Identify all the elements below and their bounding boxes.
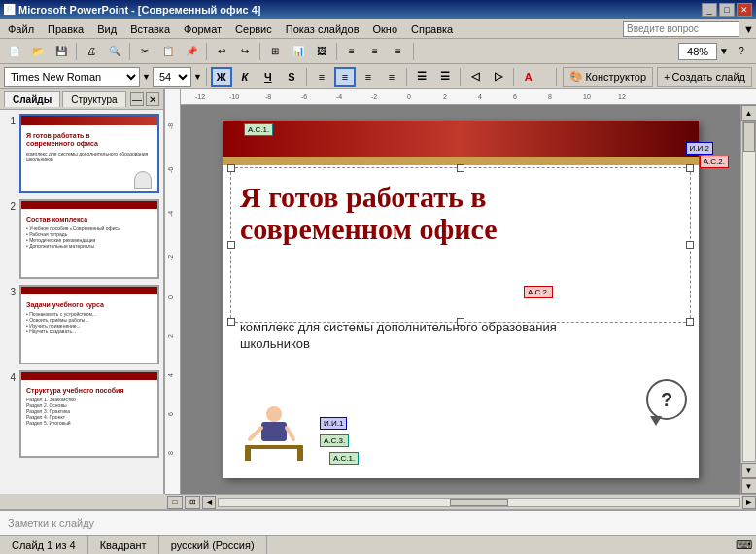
theme-info: Квадрант	[88, 536, 159, 554]
scroll-up-button[interactable]: ▲	[741, 105, 757, 121]
maximize-button[interactable]: □	[719, 3, 735, 17]
tag-ac3-bottom: А.С.3.	[320, 434, 349, 447]
designer-button[interactable]: 🎨 Конструктор	[563, 67, 653, 87]
create-slide-button[interactable]: + Создать слайд	[657, 67, 752, 87]
notes-area: Заметки к слайду	[0, 509, 756, 535]
menu-help[interactable]: Справка	[405, 21, 459, 37]
menu-slideshow[interactable]: Показ слайдов	[280, 21, 365, 37]
scroll-bottom-button[interactable]: ▼	[741, 478, 757, 494]
underline-button[interactable]: Ч	[258, 67, 279, 87]
menu-insert[interactable]: Вставка	[124, 21, 176, 37]
handle-ml[interactable]	[227, 241, 235, 249]
paste-button[interactable]: 📌	[181, 42, 202, 61]
thumb-4-body: Раздел 1. ЗнакомствоРаздел 2. ОсновыРазд…	[26, 397, 153, 426]
font-dropdown-icon: ▼	[142, 72, 151, 82]
ruler-corner	[165, 89, 181, 105]
insert-table-button[interactable]: ⊞	[264, 42, 286, 61]
zoom-input[interactable]	[678, 43, 717, 60]
vertical-ruler: -8 -6 -4 -2 0 2 4 6 8	[165, 105, 181, 494]
menu-view[interactable]: Вид	[91, 21, 122, 37]
slide-sorter-button[interactable]: ⊞	[185, 496, 200, 509]
menu-file[interactable]: Файл	[2, 21, 40, 37]
person-figure	[240, 397, 308, 465]
align-left-button[interactable]: ≡	[341, 42, 362, 61]
preview-button[interactable]: 🔍	[104, 42, 125, 61]
bold-button[interactable]: Ж	[211, 67, 232, 87]
main-slide[interactable]: Я готов работать в современном офисе ком…	[223, 121, 699, 478]
svg-text:-2: -2	[371, 93, 377, 100]
undo-button[interactable]: ↩	[211, 42, 232, 61]
slide-thumb-1[interactable]: 1 Я готов работать всовременного офиса к…	[4, 114, 159, 193]
svg-text:-10: -10	[229, 93, 239, 100]
save-button[interactable]: 💾	[51, 42, 72, 61]
insert-chart-button[interactable]: 📊	[288, 42, 309, 61]
slide-thumb-3[interactable]: 3 Задачи учебного курса • Познакомить с …	[4, 285, 159, 364]
h-scroll-thumb[interactable]	[450, 499, 508, 506]
slide-thumb-2[interactable]: 2 Состав комплекса • Учебное пособие «Со…	[4, 199, 159, 279]
slide-header-stripe	[223, 157, 699, 165]
slides-tab[interactable]: Слайды	[4, 91, 60, 107]
handle-tl[interactable]	[227, 164, 235, 172]
italic-button[interactable]: К	[234, 67, 256, 87]
handle-tm[interactable]	[457, 164, 464, 172]
list-unordered-button[interactable]: ☰	[411, 67, 432, 87]
scroll-right-button[interactable]: ▶	[742, 496, 756, 509]
list-ordered-button[interactable]: ☰	[434, 67, 456, 87]
zoom-dropdown-icon[interactable]: ▼	[719, 46, 729, 56]
cut-button[interactable]: ✂	[134, 42, 155, 61]
svg-text:-4: -4	[336, 93, 342, 100]
svg-text:0: 0	[407, 93, 411, 100]
svg-text:-2: -2	[167, 255, 174, 260]
view-buttons: □ ⊞	[165, 495, 202, 509]
font-selector[interactable]: Times New Roman	[4, 67, 140, 87]
insert-image-button[interactable]: 🖼	[311, 42, 332, 61]
normal-view-button[interactable]: □	[167, 496, 183, 509]
panel-close-button[interactable]: ✕	[146, 92, 159, 106]
indent-increase-button[interactable]: ▷	[488, 67, 509, 87]
menu-window[interactable]: Окно	[367, 21, 404, 37]
scroll-left-button[interactable]: ◀	[202, 496, 216, 509]
svg-rect-24	[297, 449, 303, 461]
print-button[interactable]: 🖨	[81, 42, 102, 61]
minimize-button[interactable]: _	[702, 3, 717, 17]
help-button[interactable]: ?	[731, 42, 752, 61]
menu-format[interactable]: Формат	[178, 21, 227, 37]
align-right-fmt[interactable]: ≡	[358, 67, 379, 87]
handle-tr[interactable]	[686, 164, 694, 172]
handle-mr[interactable]	[686, 241, 694, 249]
slide-thumb-4[interactable]: 4 Структура учебного пособия Раздел 1. З…	[4, 370, 159, 458]
align-justify-fmt[interactable]: ≡	[381, 67, 402, 87]
scroll-thumb[interactable]	[743, 122, 755, 152]
menu-tools[interactable]: Сервис	[229, 21, 278, 37]
thumb-2-body: • Учебное пособие «Современный офис»• Ра…	[26, 225, 153, 249]
font-size-selector[interactable]: 54	[153, 67, 191, 87]
window-title: Microsoft PowerPoint - [Современный офис…	[18, 4, 260, 16]
strikethrough-button[interactable]: S	[281, 67, 302, 87]
scroll-track[interactable]	[742, 121, 756, 462]
panel-minimize-button[interactable]: —	[130, 92, 144, 106]
scroll-down-button[interactable]: ▼	[741, 463, 757, 478]
slides-panel: 1 Я готов работать всовременного офиса к…	[0, 110, 163, 494]
align-center-button[interactable]: ≡	[364, 42, 386, 61]
h-scroll-track[interactable]	[218, 498, 740, 507]
new-button[interactable]: 📄	[4, 42, 25, 61]
fmt-sep-2	[306, 68, 307, 86]
align-right-button[interactable]: ≡	[388, 42, 409, 61]
font-color-button[interactable]: A	[518, 67, 539, 87]
outline-tab[interactable]: Структура	[62, 91, 125, 107]
copy-button[interactable]: 📋	[157, 42, 179, 61]
handle-bl[interactable]	[227, 318, 235, 326]
open-button[interactable]: 📂	[27, 42, 49, 61]
align-left-fmt[interactable]: ≡	[311, 67, 332, 87]
close-button[interactable]: ✕	[737, 3, 752, 17]
align-center-fmt[interactable]: ≡	[334, 67, 356, 87]
help-search-input[interactable]	[623, 21, 739, 37]
menu-edit[interactable]: Правка	[42, 21, 89, 37]
indent-decrease-button[interactable]: ◁	[464, 67, 486, 87]
handle-br[interactable]	[686, 318, 694, 326]
svg-rect-26	[261, 422, 287, 441]
toolbar-sep-6	[413, 43, 414, 60]
redo-button[interactable]: ↪	[234, 42, 256, 61]
slide-info: Слайд 1 из 4	[0, 536, 88, 554]
svg-text:4: 4	[167, 373, 174, 377]
